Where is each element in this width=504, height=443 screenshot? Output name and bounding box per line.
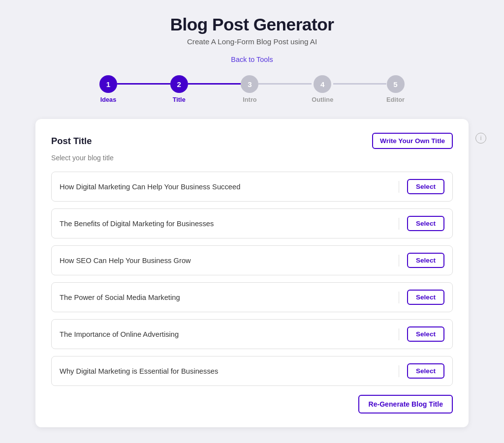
page-subtitle: Create A Long-Form Blog Post using AI (170, 37, 334, 46)
step-ideas: 1 Ideas (99, 75, 117, 103)
step-label-2: Title (173, 96, 186, 103)
title-option-text-5: The Importance of Online Advertising (60, 330, 391, 338)
title-option-text-1: How Digital Marketing Can Help Your Busi… (60, 183, 391, 191)
title-option: The Importance of Online Advertising Sel… (51, 319, 453, 349)
title-option-divider-2 (399, 218, 399, 230)
title-option: How Digital Marketing Can Help Your Busi… (51, 172, 453, 202)
main-card: Post Title Write Your Own Title Select y… (35, 119, 469, 427)
page-title: Blog Post Generator (170, 15, 334, 34)
select-button-5[interactable]: Select (407, 326, 444, 342)
step-circle-3: 3 (241, 75, 258, 93)
title-option-divider-6 (399, 365, 399, 377)
title-option: The Benefits of Digital Marketing for Bu… (51, 208, 453, 238)
card-header: Post Title Write Your Own Title (51, 133, 453, 149)
step-intro: 3 Intro (241, 75, 258, 103)
step-editor: 5 Editor (386, 75, 405, 103)
step-outline: 4 Outline (312, 75, 333, 103)
select-button-3[interactable]: Select (407, 253, 444, 268)
title-option-text-3: How SEO Can Help Your Business Grow (60, 257, 391, 265)
title-option: Why Digital Marketing is Essential for B… (51, 356, 453, 386)
select-button-6[interactable]: Select (407, 363, 444, 379)
title-option-text-2: The Benefits of Digital Marketing for Bu… (60, 220, 391, 228)
select-button-2[interactable]: Select (407, 216, 444, 231)
title-option-divider-3 (399, 255, 399, 266)
titles-list: How Digital Marketing Can Help Your Busi… (51, 172, 453, 386)
title-option-divider-5 (399, 328, 399, 340)
title-option-text-6: Why Digital Marketing is Essential for B… (60, 367, 391, 375)
title-option: How SEO Can Help Your Business Grow Sele… (51, 245, 453, 275)
regenerate-button[interactable]: Re-Generate Blog Title (358, 395, 453, 413)
title-option-divider-1 (399, 181, 399, 193)
step-label-4: Outline (312, 96, 333, 103)
step-label-5: Editor (386, 96, 405, 103)
step-connector-1 (117, 83, 170, 85)
title-option-text-4: The Power of Social Media Marketing (60, 294, 391, 301)
stepper: 1 Ideas 2 Title 3 Intro 4 Outline 5 Edit… (99, 75, 405, 103)
page-header: Blog Post Generator Create A Long-Form B… (170, 15, 334, 46)
step-label-3: Intro (243, 96, 256, 103)
select-button-1[interactable]: Select (407, 179, 444, 194)
step-circle-4: 4 (314, 75, 331, 93)
step-connector-3 (258, 83, 312, 85)
card-title: Post Title (51, 136, 92, 147)
step-circle-2: 2 (170, 75, 188, 93)
step-circle-1: 1 (99, 75, 117, 93)
step-connector-4 (333, 83, 386, 85)
back-to-tools-link[interactable]: Back to Tools (231, 56, 273, 63)
card-subtitle: Select your blog title (51, 154, 453, 162)
step-connector-2 (188, 83, 241, 85)
title-option-divider-4 (399, 292, 399, 303)
step-circle-5: 5 (387, 75, 405, 93)
step-title: 2 Title (170, 75, 188, 103)
step-label-1: Ideas (100, 96, 117, 103)
title-option: The Power of Social Media Marketing Sele… (51, 282, 453, 312)
info-icon[interactable]: i (475, 133, 486, 144)
write-own-title-button[interactable]: Write Your Own Title (372, 133, 453, 149)
footer-actions: Re-Generate Blog Title (51, 395, 453, 413)
select-button-4[interactable]: Select (407, 290, 444, 305)
